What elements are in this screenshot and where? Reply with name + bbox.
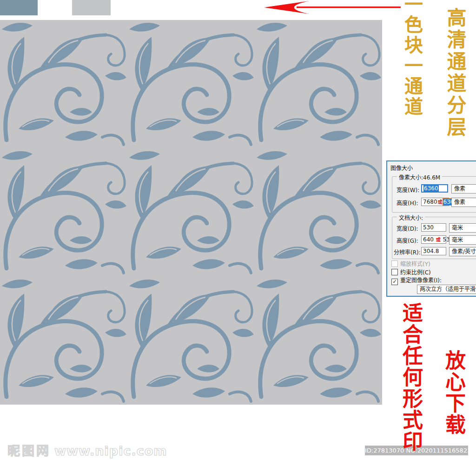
- doc-width-label: 宽度(D):: [397, 224, 418, 232]
- checkbox-icon: [391, 269, 398, 275]
- doc-width-input[interactable]: 530: [421, 223, 446, 232]
- dialog-title: 图像大小: [390, 164, 413, 172]
- site-watermark: 昵图网www.nipic.com: [7, 441, 167, 459]
- pixel-size-label: 像素大小:46.6M: [397, 173, 442, 181]
- height-input[interactable]: 7680或6360: [421, 198, 449, 206]
- site-logo: 昵图网: [7, 444, 51, 458]
- width-label: 宽度(W):: [397, 186, 419, 193]
- doc-height-label: 高度(G):: [397, 236, 418, 244]
- height-unit-dropdown[interactable]: 像素∨: [451, 198, 476, 207]
- doc-height-unit-dropdown[interactable]: 毫米: [449, 235, 476, 245]
- doc-height-input[interactable]: 640 或 530: [421, 235, 446, 244]
- annotation-hd-channel-layers: 高清通道分层: [441, 7, 469, 139]
- pixel-size-group: 像素大小:46.6M: [392, 176, 476, 213]
- resolution-unit-dropdown[interactable]: 像素/英寸: [449, 247, 476, 256]
- height-changed-note: 或: [437, 200, 443, 205]
- width-unit-dropdown[interactable]: 像素∨: [451, 184, 476, 193]
- annotation-download-with-confidence: 放心下载: [439, 350, 469, 435]
- checkbox-icon: [391, 260, 398, 267]
- height-label: 高度(H):: [397, 199, 418, 207]
- site-url: www.nipic.com: [54, 444, 167, 458]
- page: 高清通道分层 一色块一通道 图像大小 像素大小:46.6M 宽度(W): 636…: [0, 0, 476, 460]
- annotation-suitable-any-print: 适合任何形式印: [396, 302, 426, 452]
- annotation-one-color-one-channel: 一色块一通道: [399, 0, 426, 117]
- doc-height-changed-note: 或: [436, 237, 441, 242]
- document-size-label: 文档大小:: [397, 213, 425, 221]
- resample-image-checkbox[interactable]: ✓重定图像像素(I):: [391, 277, 442, 285]
- resolution-label: 分辨率(R):: [394, 248, 421, 256]
- width-input[interactable]: 6360: [421, 184, 448, 193]
- resample-method-dropdown[interactable]: 两次立方（适用于平滑渐变: [417, 285, 476, 294]
- checkbox-checked-icon: ✓: [391, 279, 398, 285]
- image-size-dialog: 图像大小 像素大小:46.6M 宽度(W): 6360 像素∨ 高度(H): 7…: [386, 160, 476, 297]
- resolution-input[interactable]: 304.8: [421, 247, 446, 255]
- pattern-image: [0, 20, 382, 405]
- color-swatch-blue: [0, 0, 38, 15]
- doc-width-unit-dropdown[interactable]: 毫米: [449, 223, 476, 233]
- scale-styles-checkbox[interactable]: 缩放样式(Y): [391, 260, 430, 268]
- color-swatch-gray: [72, 0, 111, 15]
- red-arrow-icon: [260, 0, 404, 16]
- constrain-proportions-checkbox[interactable]: 约束比例(C): [391, 269, 431, 276]
